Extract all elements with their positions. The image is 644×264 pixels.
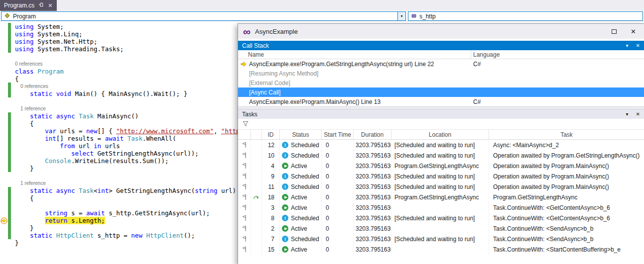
flag-icon[interactable] — [238, 161, 251, 171]
task-duration: 3203.7951636 — [354, 181, 391, 192]
task-id: 7 — [262, 234, 280, 244]
code-text: select GetStringLengthAsync(url)); — [15, 150, 199, 157]
visual-studio-logo-icon: ∞ — [243, 26, 251, 37]
column-header-duration[interactable]: Duration — [354, 130, 391, 139]
task-location: [Scheduled and waiting to run] — [391, 140, 489, 150]
tasks-chevron-icon[interactable]: ▾ — [626, 111, 629, 117]
task-duration: 3203.7951636 — [354, 223, 391, 234]
change-tracking-bar — [8, 135, 11, 142]
callstack-chevron-icon[interactable]: ▾ — [626, 43, 629, 48]
flag-icon[interactable] — [238, 192, 251, 202]
flag-icon[interactable] — [238, 150, 251, 161]
task-status: !Scheduled — [280, 150, 322, 161]
column-header-language[interactable]: Language — [471, 50, 644, 59]
column-header-location[interactable]: Location — [391, 130, 489, 139]
task-id: 2 — [262, 223, 280, 234]
task-duration: 3203.7951636 — [354, 234, 391, 244]
column-header-start-time[interactable]: Start Time — [322, 130, 354, 139]
tab-close-icon[interactable]: ✕ — [48, 2, 52, 9]
task-location — [391, 223, 489, 234]
task-row[interactable]: 3Active03203.7951636Task.ContinueWith: <… — [238, 202, 644, 213]
task-row[interactable]: 11!Scheduled03203.7951636[Scheduled and … — [238, 181, 644, 192]
tasks-header[interactable]: Tasks ▾ ✕ — [238, 109, 644, 119]
column-header-status[interactable]: Status — [280, 130, 322, 139]
flag-icon[interactable] — [238, 202, 251, 213]
indicator-margin — [0, 53, 8, 60]
code-text: using System.Net.Http; — [15, 38, 98, 45]
callstack-header[interactable]: Call Stack ▾ ✕ — [238, 41, 644, 50]
current-task-cell — [251, 181, 262, 192]
code-text: using System.Linq; — [15, 30, 82, 38]
task-row[interactable]: 18Active03203.7951636Program.GetStringLe… — [238, 192, 644, 202]
callstack-row[interactable]: [Async Call] — [238, 88, 644, 97]
code-text: static HttpClient s_http = new HttpClien… — [15, 232, 195, 239]
frame-language: C# — [471, 98, 644, 105]
task-start-time: 0 — [322, 150, 354, 161]
indicator-margin — [0, 97, 8, 105]
change-tracking-bar — [8, 224, 11, 232]
task-row[interactable]: 15Active03203.7951636Task.ContinueWith: … — [238, 244, 644, 255]
change-tracking-bar — [8, 202, 11, 209]
member-dropdown[interactable]: s_http — [408, 11, 643, 21]
flag-icon[interactable] — [238, 181, 251, 192]
change-tracking-bar — [8, 179, 11, 187]
task-row[interactable]: 10!Scheduled03203.7951636[Scheduled and … — [238, 150, 644, 161]
change-tracking-bar — [8, 127, 11, 135]
task-row[interactable]: 8!Scheduled03203.7951636[Scheduled and w… — [238, 213, 644, 223]
flag-icon[interactable] — [238, 171, 251, 181]
column-header-task[interactable]: Task — [489, 130, 644, 139]
indicator-margin — [0, 224, 8, 232]
window-close-button[interactable]: ✕ — [631, 28, 636, 35]
change-tracking-bar — [8, 68, 11, 75]
column-header-current[interactable] — [251, 130, 262, 139]
flag-icon[interactable] — [238, 213, 251, 223]
task-duration: 3203.7951636 — [354, 244, 391, 255]
task-start-time: 0 — [322, 181, 354, 192]
code-text: int[] results = await Task.WhenAll( — [15, 135, 176, 142]
task-start-time: 0 — [322, 213, 354, 223]
flag-icon[interactable] — [238, 223, 251, 234]
task-status-label: Active — [291, 225, 307, 232]
task-status: Active — [280, 161, 322, 171]
task-row[interactable]: 2Active03203.7951636Task.ContinueWith: <… — [238, 223, 644, 234]
column-header-id[interactable]: ID — [262, 130, 280, 139]
tab-program-cs[interactable]: Program.cs ✕ — [0, 0, 57, 11]
window-titlebar[interactable]: ∞ AsyncExample ✕ — [238, 24, 644, 39]
task-status-label: Active — [291, 163, 307, 170]
flag-icon[interactable] — [238, 234, 251, 244]
dropdown-arrow-icon[interactable]: ▾ — [397, 12, 405, 20]
task-id: 11 — [262, 181, 280, 192]
indicator-margin — [0, 30, 8, 38]
code-text: static async Task MainAsync() — [15, 112, 138, 120]
flag-icon[interactable] — [238, 140, 251, 150]
callstack-row[interactable]: AsyncExample.exe!Program.GetStringLength… — [238, 59, 644, 69]
pin-icon[interactable] — [38, 2, 44, 9]
code-text: } — [15, 165, 34, 172]
task-row[interactable]: 4Active03203.7951636Program.GetStringLen… — [238, 161, 644, 171]
codelens-text: 0 references — [15, 83, 48, 90]
task-status: !Scheduled — [280, 213, 322, 223]
current-statement-icon[interactable] — [0, 217, 8, 224]
maximize-button[interactable] — [612, 29, 617, 34]
task-row[interactable]: 9!Scheduled03203.7951636[Scheduled and w… — [238, 171, 644, 181]
callstack-row[interactable]: AsyncExample.exe!Program.MainAsync() Lin… — [238, 97, 644, 106]
filter-icon[interactable] — [243, 120, 249, 129]
tab-strip: Program.cs ✕ — [0, 0, 644, 11]
type-dropdown[interactable]: Program ▾ — [1, 11, 406, 21]
indicator-margin — [0, 60, 8, 68]
flag-icon[interactable] — [238, 244, 251, 255]
column-header-flag[interactable] — [238, 130, 251, 139]
callstack-row[interactable]: [Resuming Async Method] — [238, 69, 644, 78]
task-row[interactable]: 7!Scheduled03203.7951636[Scheduled and w… — [238, 234, 644, 244]
column-header-name[interactable]: Name — [238, 50, 471, 59]
current-task-cell — [251, 244, 262, 255]
tasks-close-icon[interactable]: ✕ — [636, 111, 640, 117]
window-title: AsyncExample — [255, 28, 298, 35]
callstack-close-icon[interactable]: ✕ — [636, 43, 640, 48]
code-text: } — [15, 239, 19, 247]
current-statement-highlight: return s.Length; — [45, 217, 105, 224]
navigation-bar: Program ▾ s_http — [0, 11, 644, 21]
task-row[interactable]: 12!Scheduled03203.7951636[Scheduled and … — [238, 140, 644, 150]
indicator-margin — [0, 202, 8, 209]
callstack-row[interactable]: [External Code] — [238, 78, 644, 88]
